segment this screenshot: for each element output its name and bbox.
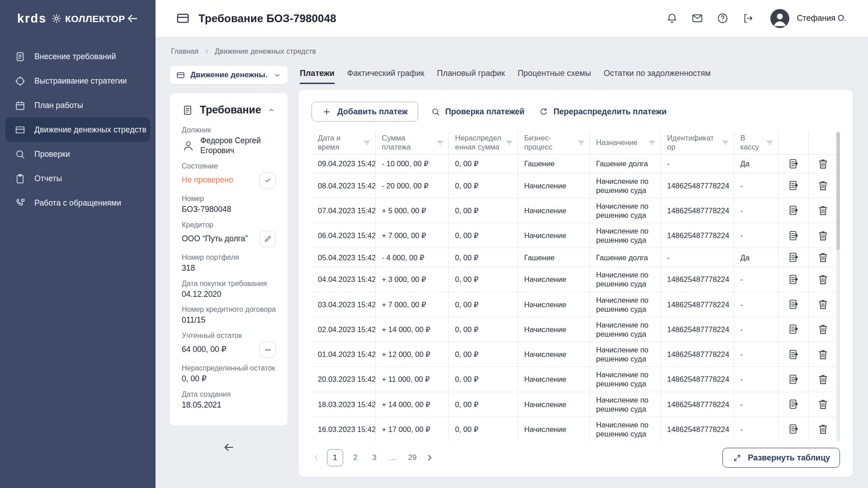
column-header: Идентификатор [660, 131, 734, 154]
filter-icon[interactable] [505, 138, 514, 147]
delete-row-button[interactable] [817, 179, 829, 192]
claim-field: Нераспределенный остаток 0, 00 ₽ [182, 364, 276, 384]
cell-amount: + 11 000, 00 ₽ [375, 367, 448, 392]
cell-process: Начисление [518, 223, 590, 248]
delete-row-button[interactable] [817, 251, 829, 263]
tab[interactable]: Плановый график [437, 69, 505, 84]
delete-row-button[interactable] [817, 204, 829, 216]
doc-export-icon [787, 398, 799, 410]
sidebar-item[interactable]: План работы [5, 93, 150, 117]
more-options-button[interactable] [259, 342, 276, 358]
tab[interactable]: Остатки по задолженностям [604, 69, 711, 84]
verify-status-button[interactable] [259, 172, 276, 188]
expand-table-button[interactable]: Развернуть таблицу [722, 448, 840, 468]
page-button[interactable]: 29 [406, 449, 419, 466]
row-action-cell [778, 367, 808, 392]
cell-identifier: 148625487778224 [660, 292, 734, 317]
logout-button[interactable] [742, 12, 754, 24]
user-name[interactable]: Стефания О. [797, 14, 846, 23]
filter-icon[interactable] [721, 138, 730, 147]
open-document-button[interactable] [787, 204, 799, 216]
page-button[interactable]: 1 [327, 449, 343, 466]
pagination: 123…29 [311, 449, 434, 466]
sidebar-item[interactable]: Отчеты [5, 166, 150, 191]
open-document-button[interactable] [787, 273, 799, 286]
doc-export-icon [787, 251, 799, 263]
edit-creditor-button[interactable] [259, 231, 276, 247]
filter-icon[interactable] [647, 138, 657, 147]
open-document-button[interactable] [787, 323, 799, 335]
delete-row-button[interactable] [817, 230, 829, 242]
messages-button[interactable] [691, 12, 703, 24]
table-row: 08.04.2023 15:42- 20 000, 00 ₽0, 00 ₽Нач… [311, 173, 838, 198]
notifications-button[interactable] [666, 12, 678, 24]
delete-row-button[interactable] [817, 423, 829, 435]
open-document-button[interactable] [787, 251, 799, 263]
delete-row-button[interactable] [817, 158, 829, 170]
open-document-button[interactable] [787, 398, 799, 410]
doc-export-icon [787, 373, 799, 385]
tab[interactable]: Фактический график [347, 69, 425, 84]
filter-icon[interactable] [362, 138, 372, 147]
trash-icon [817, 273, 829, 286]
sidebar-item-label: Проверки [34, 150, 70, 159]
cell-process: Начисление [518, 417, 590, 441]
open-document-button[interactable] [787, 348, 799, 361]
delete-row-button[interactable] [817, 398, 829, 410]
avatar[interactable] [770, 9, 789, 28]
row-action-cell [778, 198, 808, 223]
tab[interactable]: Платежи [300, 69, 335, 84]
delete-row-button[interactable] [817, 348, 829, 361]
tab[interactable]: Процентные схемы [518, 69, 591, 84]
next-page-button[interactable] [425, 453, 434, 463]
delete-row-button[interactable] [817, 273, 829, 286]
table-row: 06.04.2023 15:42+ 7 000, 00 ₽0, 00 ₽Начи… [311, 223, 838, 248]
delete-row-button[interactable] [817, 373, 829, 385]
cell-unallocated: 0, 00 ₽ [448, 154, 518, 173]
panel-collapse-button[interactable] [267, 105, 276, 115]
sidebar-item-label: Выстраивание стратегии [34, 76, 127, 86]
table-scrollbar-thumb[interactable] [836, 132, 840, 250]
delete-row-button[interactable] [817, 323, 829, 335]
column-header-label: Нераспределенная сумма [455, 134, 502, 152]
filter-icon[interactable] [435, 138, 445, 147]
open-document-button[interactable] [787, 179, 799, 192]
sidebar-item[interactable]: Проверки [5, 142, 150, 166]
claim-field-value: ООО “Путь долга” [182, 234, 254, 244]
help-button[interactable] [717, 12, 729, 24]
breadcrumb: Главная Движение денежных стредств [170, 47, 853, 56]
open-document-button[interactable] [787, 158, 799, 170]
filter-icon[interactable] [765, 138, 774, 147]
delete-row-button[interactable] [817, 298, 829, 310]
redistribute-payments-button[interactable]: Перераспределить платежи [537, 102, 668, 122]
add-payment-button[interactable]: Добавить платеж [311, 102, 418, 122]
cell-cash: - [734, 392, 778, 417]
doc-export-icon [787, 273, 799, 286]
page-button[interactable]: 2 [349, 449, 362, 466]
filter-icon[interactable] [576, 138, 586, 147]
claim-field-value: Не проверено [182, 175, 254, 185]
breadcrumb-home[interactable]: Главная [171, 47, 198, 56]
sidebar-item[interactable]: Внесение требований [5, 44, 150, 69]
sidebar-item[interactable]: Работа с обращениями [5, 191, 150, 215]
row-action-cell [808, 198, 838, 223]
open-document-button[interactable] [787, 423, 799, 435]
row-action-cell [778, 223, 808, 248]
row-action-cell [778, 392, 808, 417]
open-document-button[interactable] [787, 373, 799, 385]
sidebar-item[interactable]: Выстраивание стратегии [5, 69, 150, 93]
column-header [808, 131, 838, 154]
page-button[interactable]: 3 [368, 449, 381, 466]
sidebar-collapse-button[interactable] [126, 12, 139, 25]
column-header: Бизнес-процесс [518, 131, 590, 154]
claim-field-label: Дата создания [182, 390, 276, 399]
context-dropdown[interactable]: Движение денежны... [170, 66, 288, 84]
open-document-button[interactable] [787, 230, 799, 242]
check-payments-button[interactable]: Проверка платежей [429, 102, 526, 122]
sidebar-item[interactable]: Движение денежных стредств [5, 117, 150, 142]
open-document-button[interactable] [787, 298, 799, 310]
prev-page-button[interactable] [311, 453, 321, 463]
row-action-cell [808, 367, 838, 392]
back-arrow-button[interactable] [222, 441, 235, 454]
doc-export-icon [787, 158, 799, 170]
